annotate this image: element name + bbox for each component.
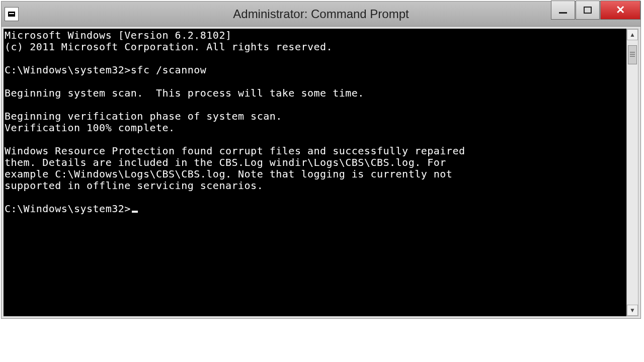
terminal-line: Windows Resource Protection found corrup… — [5, 145, 625, 157]
close-icon: ✕ — [616, 4, 625, 17]
system-menu-icon[interactable] — [5, 7, 19, 21]
minimize-icon — [559, 12, 567, 14]
scrollbar-thumb[interactable] — [628, 45, 637, 64]
terminal-line: supported in offline servicing scenarios… — [5, 180, 625, 192]
scrollbar-track[interactable] — [627, 40, 638, 305]
scroll-up-button[interactable]: ▲ — [627, 29, 638, 40]
terminal-line — [5, 53, 625, 64]
maximize-button[interactable] — [576, 1, 600, 20]
terminal-line: example C:\Windows\Logs\CBS\CBS.log. Not… — [5, 168, 625, 180]
terminal-prompt[interactable]: C:\Windows\system32> — [5, 203, 625, 215]
maximize-icon — [584, 7, 592, 14]
terminal-line: Beginning verification phase of system s… — [5, 111, 625, 122]
window-title: Administrator: Command Prompt — [233, 7, 409, 21]
chevron-down-icon: ▼ — [629, 307, 635, 314]
vertical-scrollbar[interactable]: ▲ ▼ — [626, 29, 638, 316]
minimize-button[interactable] — [551, 1, 575, 20]
close-button[interactable]: ✕ — [600, 1, 640, 20]
terminal-output[interactable]: Microsoft Windows [Version 6.2.8102](c) … — [4, 29, 626, 316]
terminal-line — [5, 192, 625, 203]
terminal-line — [5, 134, 625, 145]
chevron-up-icon: ▲ — [629, 31, 635, 38]
terminal-line: Verification 100% complete. — [5, 122, 625, 134]
terminal-line: C:\Windows\system32>sfc /scannow — [5, 64, 625, 76]
terminal-line: Beginning system scan. This process will… — [5, 87, 625, 99]
terminal-line — [5, 76, 625, 87]
cursor — [132, 211, 138, 213]
scroll-down-button[interactable]: ▼ — [627, 305, 638, 316]
terminal-line: (c) 2011 Microsoft Corporation. All righ… — [5, 41, 625, 53]
client-area: Microsoft Windows [Version 6.2.8102](c) … — [2, 27, 640, 318]
command-prompt-window: Administrator: Command Prompt ✕ Microsof… — [1, 1, 641, 319]
terminal-line: them. Details are included in the CBS.Lo… — [5, 157, 625, 168]
window-buttons: ✕ — [550, 1, 640, 21]
terminal-line — [5, 99, 625, 111]
terminal-line: Microsoft Windows [Version 6.2.8102] — [5, 30, 625, 41]
titlebar[interactable]: Administrator: Command Prompt ✕ — [2, 2, 640, 27]
